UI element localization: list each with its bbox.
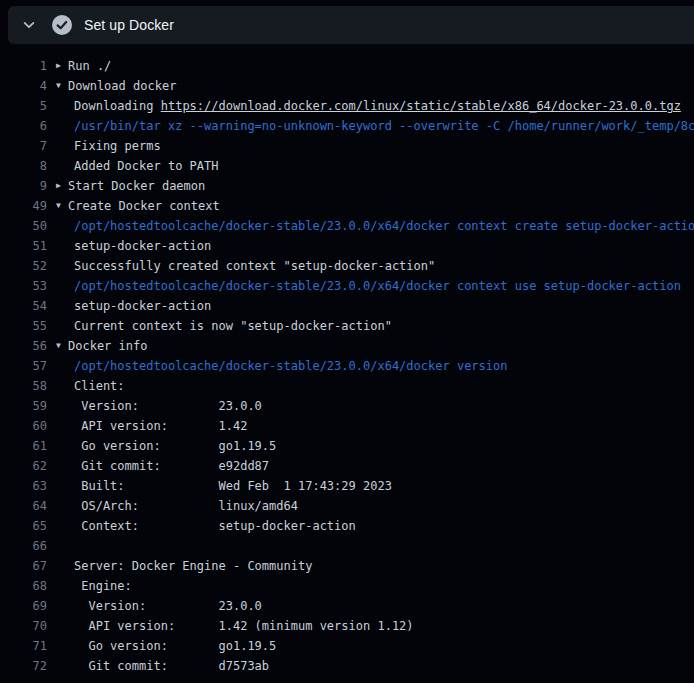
line-number[interactable]: 56 bbox=[0, 336, 47, 356]
line-number[interactable]: 71 bbox=[0, 636, 47, 656]
log-line: 8Added Docker to PATH bbox=[0, 156, 694, 176]
log-line: 54setup-docker-action bbox=[0, 296, 694, 316]
log-group-row[interactable]: 49▼Create Docker context bbox=[0, 196, 694, 216]
line-number[interactable]: 63 bbox=[0, 476, 47, 496]
line-number[interactable]: 58 bbox=[0, 376, 47, 396]
line-number[interactable]: 6 bbox=[0, 116, 47, 136]
log-group-row[interactable]: 56▼Docker info bbox=[0, 336, 694, 356]
log-text: /opt/hostedtoolcache/docker-stable/23.0.… bbox=[74, 276, 681, 296]
log-text: setup-docker-action bbox=[74, 236, 211, 256]
log-text: setup-docker-action bbox=[74, 296, 211, 316]
log-line: 60 API version: 1.42 bbox=[0, 416, 694, 436]
log-line: 59 Version: 23.0.0 bbox=[0, 396, 694, 416]
chevron-expanded-icon[interactable]: ▼ bbox=[56, 336, 68, 356]
log-text: Built: Wed Feb 1 17:43:29 2023 bbox=[74, 476, 392, 496]
line-number[interactable]: 53 bbox=[0, 276, 47, 296]
log-text: API version: 1.42 bbox=[74, 416, 247, 436]
line-number[interactable]: 7 bbox=[0, 136, 47, 156]
line-number[interactable]: 72 bbox=[0, 656, 47, 676]
log-text: Downloading https://download.docker.com/… bbox=[74, 96, 681, 116]
step-header[interactable]: Set up Docker bbox=[8, 6, 694, 44]
log-line: 61 Go version: go1.19.5 bbox=[0, 436, 694, 456]
log-line: 72 Git commit: d7573ab bbox=[0, 656, 694, 676]
line-number[interactable]: 61 bbox=[0, 436, 47, 456]
log-text: OS/Arch: linux/amd64 bbox=[74, 496, 298, 516]
group-title: Create Docker context bbox=[68, 196, 220, 216]
line-number[interactable]: 67 bbox=[0, 556, 47, 576]
chevron-expanded-icon[interactable]: ▼ bbox=[56, 196, 68, 216]
line-number[interactable]: 66 bbox=[0, 536, 47, 556]
log-line: 6/usr/bin/tar xz --warning=no-unknown-ke… bbox=[0, 116, 694, 136]
log-line: 7Fixing perms bbox=[0, 136, 694, 156]
group-title: Start Docker daemon bbox=[68, 176, 205, 196]
step-title: Set up Docker bbox=[84, 17, 174, 33]
chevron-expanded-icon[interactable]: ▼ bbox=[56, 76, 68, 96]
actions-log-viewer: Set up Docker 1▶Run ./4▼Download docker5… bbox=[0, 6, 694, 683]
log-line: 50/opt/hostedtoolcache/docker-stable/23.… bbox=[0, 216, 694, 236]
log-lines: 1▶Run ./4▼Download docker5Downloading ht… bbox=[0, 44, 694, 676]
log-line: 71 Go version: go1.19.5 bbox=[0, 636, 694, 656]
check-circle-icon bbox=[52, 15, 72, 35]
line-number[interactable]: 55 bbox=[0, 316, 47, 336]
log-line: 53/opt/hostedtoolcache/docker-stable/23.… bbox=[0, 276, 694, 296]
log-line: 58Client: bbox=[0, 376, 694, 396]
line-number[interactable]: 59 bbox=[0, 396, 47, 416]
log-line: 65 Context: setup-docker-action bbox=[0, 516, 694, 536]
log-line: 5Downloading https://download.docker.com… bbox=[0, 96, 694, 116]
log-text: /opt/hostedtoolcache/docker-stable/23.0.… bbox=[74, 356, 507, 376]
line-number[interactable]: 62 bbox=[0, 456, 47, 476]
chevron-down-icon[interactable] bbox=[22, 18, 36, 32]
line-number[interactable]: 5 bbox=[0, 96, 47, 116]
log-text: Successfully created context "setup-dock… bbox=[74, 256, 435, 276]
log-group-row[interactable]: 1▶Run ./ bbox=[0, 56, 694, 76]
log-text: Go version: go1.19.5 bbox=[74, 436, 276, 456]
line-number[interactable]: 1 bbox=[0, 56, 47, 76]
log-text: Git commit: e92dd87 bbox=[74, 456, 269, 476]
chevron-collapsed-icon[interactable]: ▶ bbox=[56, 56, 68, 76]
line-number[interactable]: 70 bbox=[0, 616, 47, 636]
line-number[interactable]: 60 bbox=[0, 416, 47, 436]
log-text: Added Docker to PATH bbox=[74, 156, 219, 176]
line-number[interactable]: 9 bbox=[0, 176, 47, 196]
log-text: Engine: bbox=[74, 576, 132, 596]
log-text: Context: setup-docker-action bbox=[74, 516, 356, 536]
log-line: 63 Built: Wed Feb 1 17:43:29 2023 bbox=[0, 476, 694, 496]
log-line: 64 OS/Arch: linux/amd64 bbox=[0, 496, 694, 516]
log-text: API version: 1.42 (minimum version 1.12) bbox=[74, 616, 414, 636]
log-text: Fixing perms bbox=[74, 136, 161, 156]
line-number[interactable]: 4 bbox=[0, 76, 47, 96]
log-line: 62 Git commit: e92dd87 bbox=[0, 456, 694, 476]
line-number[interactable]: 52 bbox=[0, 256, 47, 276]
log-line: 51setup-docker-action bbox=[0, 236, 694, 256]
line-number[interactable]: 57 bbox=[0, 356, 47, 376]
log-group-row[interactable]: 4▼Download docker bbox=[0, 76, 694, 96]
log-line: 70 API version: 1.42 (minimum version 1.… bbox=[0, 616, 694, 636]
log-line: 52Successfully created context "setup-do… bbox=[0, 256, 694, 276]
line-number[interactable]: 64 bbox=[0, 496, 47, 516]
chevron-collapsed-icon[interactable]: ▶ bbox=[56, 176, 68, 196]
line-number[interactable]: 69 bbox=[0, 596, 47, 616]
log-text: Go version: go1.19.5 bbox=[74, 636, 276, 656]
log-text: Current context is now "setup-docker-act… bbox=[74, 316, 392, 336]
log-line: 69 Version: 23.0.0 bbox=[0, 596, 694, 616]
log-group-row[interactable]: 9▶Start Docker daemon bbox=[0, 176, 694, 196]
log-text: Server: Docker Engine - Community bbox=[74, 556, 312, 576]
log-url-link[interactable]: https://download.docker.com/linux/static… bbox=[161, 99, 681, 113]
line-number[interactable]: 49 bbox=[0, 196, 47, 216]
log-line: 67Server: Docker Engine - Community bbox=[0, 556, 694, 576]
log-text: Version: 23.0.0 bbox=[74, 396, 262, 416]
log-line: 57/opt/hostedtoolcache/docker-stable/23.… bbox=[0, 356, 694, 376]
log-line: 66 bbox=[0, 536, 694, 556]
log-text: /opt/hostedtoolcache/docker-stable/23.0.… bbox=[74, 216, 694, 236]
log-text: Version: 23.0.0 bbox=[74, 596, 262, 616]
line-number[interactable]: 50 bbox=[0, 216, 47, 236]
log-text: /usr/bin/tar xz --warning=no-unknown-key… bbox=[74, 116, 694, 136]
log-line: 68 Engine: bbox=[0, 576, 694, 596]
line-number[interactable]: 65 bbox=[0, 516, 47, 536]
log-text: Client: bbox=[74, 376, 125, 396]
group-title: Download docker bbox=[68, 76, 176, 96]
line-number[interactable]: 68 bbox=[0, 576, 47, 596]
line-number[interactable]: 51 bbox=[0, 236, 47, 256]
line-number[interactable]: 54 bbox=[0, 296, 47, 316]
line-number[interactable]: 8 bbox=[0, 156, 47, 176]
